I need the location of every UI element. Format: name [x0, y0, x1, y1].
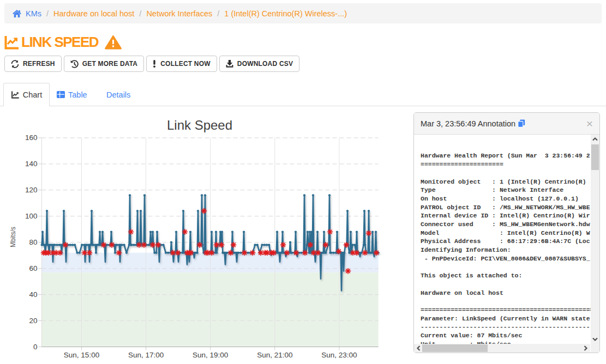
svg-text:Sun, 15:00: Sun, 15:00 — [64, 351, 99, 359]
svg-text:20: 20 — [29, 317, 37, 325]
svg-text:Sun, 21:00: Sun, 21:00 — [257, 351, 292, 359]
svg-text:100: 100 — [25, 212, 38, 220]
svg-text:60: 60 — [29, 264, 37, 272]
svg-text:80: 80 — [29, 238, 37, 246]
svg-text:Sun, 17:00: Sun, 17:00 — [128, 351, 164, 359]
svg-text:Mbits/s: Mbits/s — [9, 227, 17, 247]
svg-text:140: 140 — [25, 160, 38, 168]
svg-text:0: 0 — [33, 343, 38, 351]
svg-text:120: 120 — [25, 186, 38, 194]
svg-text:Sun, 23:00: Sun, 23:00 — [321, 351, 357, 359]
svg-text:160: 160 — [25, 134, 38, 142]
svg-text:Link Speed: Link Speed — [167, 118, 232, 132]
svg-text:Sun, 19:00: Sun, 19:00 — [193, 351, 228, 359]
svg-text:40: 40 — [29, 290, 37, 299]
